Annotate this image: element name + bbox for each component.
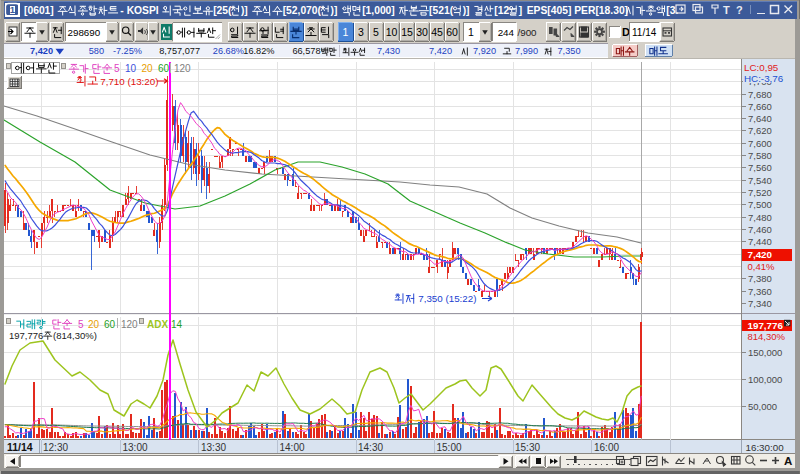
svg-text:15:00: 15:00 — [437, 442, 462, 453]
svg-text:/900: /900 — [518, 27, 538, 38]
svg-text:8,757,077: 8,757,077 — [159, 46, 200, 56]
svg-text:10: 10 — [125, 63, 137, 74]
svg-text:)]: )] — [241, 5, 251, 16]
svg-text:14: 14 — [171, 319, 183, 330]
svg-text:7,680: 7,680 — [748, 89, 772, 100]
svg-text:150,000: 150,000 — [748, 347, 782, 358]
svg-text:)]: )] — [463, 5, 473, 16]
svg-text:15: 15 — [401, 26, 413, 38]
svg-text:1: 1 — [343, 26, 349, 38]
svg-text:45: 45 — [431, 26, 443, 38]
svg-text:7,600: 7,600 — [748, 138, 772, 149]
svg-text:7,420: 7,420 — [30, 46, 53, 56]
svg-text:244: 244 — [498, 27, 515, 38]
svg-text:7,420: 7,420 — [748, 249, 773, 260]
svg-text:LC:0,95: LC:0,95 — [744, 62, 779, 73]
svg-text:7,420: 7,420 — [429, 46, 452, 56]
svg-text:[52,070(: [52,070( — [283, 5, 322, 16]
svg-text:7,660: 7,660 — [748, 101, 772, 112]
svg-text:[1,000]: [1,000] — [362, 5, 398, 16]
svg-text:3: 3 — [358, 26, 364, 38]
svg-text:5: 5 — [78, 319, 84, 330]
svg-text:66,578: 66,578 — [292, 46, 320, 56]
svg-text:7,500: 7,500 — [748, 199, 772, 210]
svg-text:7,540: 7,540 — [748, 175, 772, 186]
svg-text:5: 5 — [114, 63, 120, 74]
svg-text:10: 10 — [386, 26, 398, 38]
svg-text:?: ? — [736, 4, 743, 16]
svg-text:7,710 (13:20): 7,710 (13:20) — [100, 76, 158, 87]
svg-text:7,520: 7,520 — [748, 187, 772, 198]
svg-text:20: 20 — [88, 319, 100, 330]
svg-text:7,350 (15:22): 7,350 (15:22) — [418, 293, 476, 304]
svg-text:0,41%: 0,41% — [748, 261, 775, 272]
svg-text:)]: )] — [331, 5, 341, 16]
svg-text:7,640: 7,640 — [748, 113, 772, 124]
svg-text:1: 1 — [10, 4, 16, 15]
svg-text:580: 580 — [89, 46, 104, 56]
svg-text:814,30%: 814,30% — [748, 331, 786, 342]
svg-text:14:30: 14:30 — [358, 442, 383, 453]
svg-text:(814,30%): (814,30%) — [53, 330, 97, 341]
svg-text:7,560: 7,560 — [748, 162, 772, 173]
svg-text:EPS[405] PER[18.30]: EPS[405] PER[18.30] — [527, 5, 631, 16]
svg-text:120: 120 — [174, 63, 191, 74]
svg-text:[521(: [521( — [429, 5, 454, 16]
svg-text:197,776: 197,776 — [748, 320, 784, 331]
svg-text:20: 20 — [142, 63, 154, 74]
svg-text:7,620: 7,620 — [748, 125, 772, 136]
svg-text:16:00: 16:00 — [594, 442, 619, 453]
svg-text:26.68%: 26.68% — [213, 46, 244, 56]
svg-text:7,380: 7,380 — [748, 273, 772, 284]
svg-text:7,340: 7,340 — [748, 298, 772, 309]
svg-text:7,360: 7,360 — [748, 286, 772, 297]
svg-text:7,580: 7,580 — [748, 150, 772, 161]
svg-text:ADX: ADX — [147, 319, 168, 330]
svg-text:T: T — [723, 4, 730, 16]
svg-text:298690: 298690 — [68, 27, 101, 38]
svg-text:197,776: 197,776 — [9, 330, 43, 341]
svg-text:16:30:00: 16:30:00 — [746, 442, 785, 453]
svg-text:[25(: [25( — [213, 5, 232, 16]
svg-text:12:30: 12:30 — [43, 442, 68, 453]
svg-text:7,460: 7,460 — [748, 224, 772, 235]
svg-text:7,440: 7,440 — [748, 236, 772, 247]
svg-text:- KOSPI: - KOSPI — [120, 5, 161, 16]
svg-text:7,350: 7,350 — [558, 46, 581, 56]
svg-text:[12: [12 — [494, 5, 509, 16]
svg-text:60: 60 — [158, 63, 170, 74]
svg-text:7,920: 7,920 — [473, 46, 496, 56]
svg-text:7,430: 7,430 — [377, 46, 400, 56]
svg-text:120: 120 — [121, 319, 138, 330]
svg-text:HC:-3,76: HC:-3,76 — [744, 73, 784, 84]
svg-text:]: ] — [519, 5, 525, 16]
svg-text:13:30: 13:30 — [201, 442, 226, 453]
svg-text:13:00: 13:00 — [123, 442, 148, 453]
svg-text:7,990: 7,990 — [515, 46, 538, 56]
svg-text:100,000: 100,000 — [748, 374, 782, 385]
svg-text:14:00: 14:00 — [280, 442, 305, 453]
svg-text:7,480: 7,480 — [748, 212, 772, 223]
svg-text:16.82%: 16.82% — [243, 46, 274, 56]
svg-text:50,000: 50,000 — [748, 401, 777, 412]
svg-text:60: 60 — [446, 26, 458, 38]
svg-text:-7.25%: -7.25% — [113, 46, 142, 56]
svg-text:5: 5 — [373, 26, 379, 38]
svg-text:15:30: 15:30 — [515, 442, 540, 453]
svg-text:11/14: 11/14 — [632, 27, 657, 38]
svg-text:60: 60 — [104, 319, 116, 330]
svg-text:11/14: 11/14 — [7, 441, 33, 453]
svg-text:A: A — [784, 455, 792, 467]
svg-text:30: 30 — [416, 26, 428, 38]
svg-text:[0601]: [0601] — [24, 5, 57, 16]
svg-text:1: 1 — [468, 26, 474, 38]
